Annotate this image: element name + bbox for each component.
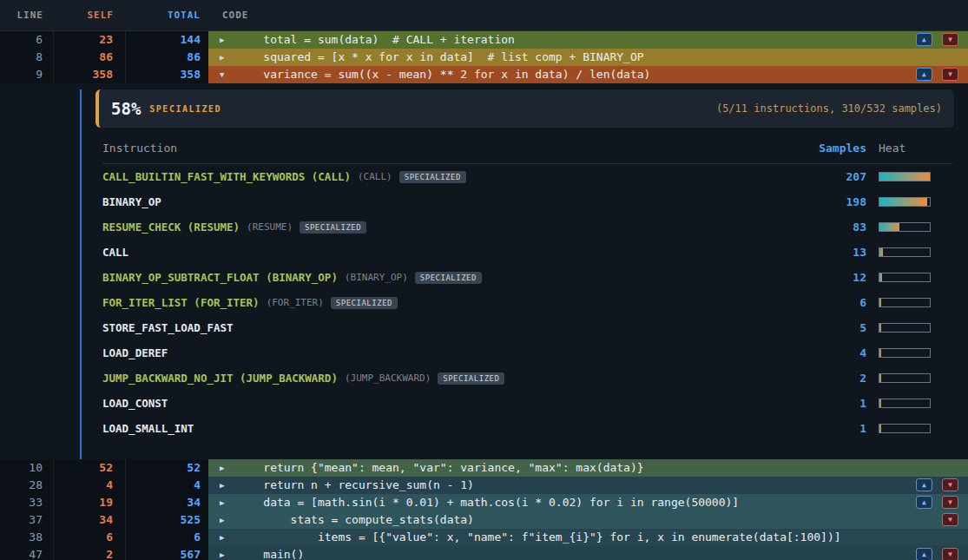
specialized-percent: 58% xyxy=(111,99,141,118)
move-up-button[interactable]: ▲ xyxy=(916,68,932,81)
move-down-button[interactable]: ▼ xyxy=(942,548,958,560)
instruction-samples: 1 xyxy=(789,422,876,435)
expand-arrow-icon[interactable]: ▶ xyxy=(208,529,236,546)
total-samples: 34 xyxy=(126,494,208,511)
heat-bar xyxy=(879,399,931,408)
specialized-badge: SPECIALIZED xyxy=(438,372,504,385)
instruction-name-cell: CALL_BUILTIN_FAST_WITH_KEYWORDS (CALL)(C… xyxy=(102,170,789,183)
instruction-row: JUMP_BACKWARD_NO_JIT (JUMP_BACKWARD)(JUM… xyxy=(102,366,952,391)
instruction-row: BINARY_OP198 xyxy=(102,189,952,214)
row-actions: ▲▼ xyxy=(916,548,958,560)
heat-cell xyxy=(876,298,952,307)
code-text: main() xyxy=(236,546,304,560)
code-row[interactable]: 623144▶ total = sum(data) # CALL + itera… xyxy=(0,31,968,49)
heat-bar xyxy=(879,172,931,181)
instruction-row: RESUME_CHECK (RESUME)(RESUME)SPECIALIZED… xyxy=(102,214,952,240)
heat-cell xyxy=(876,247,952,257)
expand-arrow-icon[interactable]: ▶ xyxy=(208,511,236,529)
move-down-button[interactable]: ▼ xyxy=(942,478,958,491)
instruction-name-cell: LOAD_SMALL_INT xyxy=(102,422,789,435)
expand-arrow-icon[interactable]: ▶ xyxy=(208,546,236,560)
expand-arrow-icon[interactable]: ▶ xyxy=(208,494,236,511)
instruction-name-cell: BINARY_OP_SUBTRACT_FLOAT (BINARY_OP)(BIN… xyxy=(102,271,789,284)
heat-bar-fill xyxy=(879,399,881,407)
sample-summary: (5/11 instructions, 310/532 samples) xyxy=(716,102,942,115)
expand-arrow-icon[interactable]: ▶ xyxy=(208,459,236,477)
code-row[interactable]: 472567▶ main()▲▼ xyxy=(0,546,968,560)
instruction-samples: 1 xyxy=(789,397,876,410)
instruction-samples: 5 xyxy=(789,321,876,334)
instruction-name-cell: LOAD_DEREF xyxy=(102,346,789,359)
move-down-button[interactable]: ▼ xyxy=(942,513,958,526)
code-row[interactable]: 3734525▶ stats = compute_stats(data)▼ xyxy=(0,511,968,529)
instruction-name-cell: LOAD_CONST xyxy=(102,397,789,410)
code-rows-bottom: 105252▶ return {"mean": mean, "var": var… xyxy=(0,459,968,560)
move-down-button[interactable]: ▼ xyxy=(942,68,958,81)
expanded-line-detail: 58% SPECIALIZED (5/11 instructions, 310/… xyxy=(0,89,968,459)
code-row[interactable]: 9358358▼ variance = sum((x - mean) ** 2 … xyxy=(0,66,968,83)
row-actions: ▲▼ xyxy=(916,496,958,509)
move-down-button[interactable]: ▼ xyxy=(942,496,958,509)
heat-cell xyxy=(876,273,952,282)
instruction-row: LOAD_CONST1 xyxy=(102,391,952,416)
heat-bar xyxy=(879,348,931,358)
expand-arrow-icon[interactable]: ▶ xyxy=(208,31,236,49)
self-samples: 86 xyxy=(54,49,126,66)
instruction-row: LOAD_DEREF4 xyxy=(102,340,952,366)
instruction-name: CALL_BUILTIN_FAST_WITH_KEYWORDS (CALL) xyxy=(102,170,351,183)
heat-bar-fill xyxy=(879,374,881,382)
code-text: total = sum(data) # CALL + iteration xyxy=(236,31,515,49)
instruction-row: CALL13 xyxy=(102,240,952,265)
heat-cell xyxy=(876,323,952,333)
specialized-badge: SPECIALIZED xyxy=(331,297,398,309)
code-text: return n + recursive_sum(n - 1) xyxy=(236,477,474,494)
code-row[interactable]: 105252▶ return {"mean": mean, "var": var… xyxy=(0,459,968,477)
move-up-button[interactable]: ▲ xyxy=(916,548,932,560)
code-text: data = [math.sin(i * 0.01) + math.cos(i … xyxy=(236,494,739,511)
instruction-name: LOAD_DEREF xyxy=(102,346,168,359)
instruction-samples: 4 xyxy=(789,346,876,359)
profiler-view: LINE SELF TOTAL CODE 623144▶ total = sum… xyxy=(0,0,968,560)
self-samples: 52 xyxy=(54,459,126,477)
specialization-summary-left: 58% SPECIALIZED xyxy=(111,99,221,118)
move-down-button[interactable]: ▼ xyxy=(942,33,958,46)
line-number: 8 xyxy=(0,49,54,66)
instruction-name: LOAD_SMALL_INT xyxy=(102,422,194,435)
instruction-table: Instruction Samples Heat CALL_BUILTIN_FA… xyxy=(102,142,952,441)
expand-arrow-icon[interactable]: ▶ xyxy=(208,49,236,66)
instruction-row: BINARY_OP_SUBTRACT_FLOAT (BINARY_OP)(BIN… xyxy=(102,265,952,290)
heat-bar-fill xyxy=(879,299,881,306)
heat-bar xyxy=(879,247,931,257)
move-up-button[interactable]: ▲ xyxy=(916,33,932,46)
code-text: items = [{"value": x, "name": f"item_{i}… xyxy=(236,529,841,546)
code-row[interactable]: 331934▶ data = [math.sin(i * 0.01) + mat… xyxy=(0,494,968,511)
line-number: 28 xyxy=(0,477,54,494)
instruction-name: LOAD_CONST xyxy=(102,397,168,410)
specialization-summary: 58% SPECIALIZED (5/11 instructions, 310/… xyxy=(95,89,954,128)
instruction-base-name: (RESUME) xyxy=(247,221,293,233)
code-cell: ▶ return {"mean": mean, "var": variance,… xyxy=(208,459,968,477)
move-up-button[interactable]: ▲ xyxy=(916,478,932,491)
code-row[interactable]: 88686▶ squared = [x * x for x in data] #… xyxy=(0,49,968,66)
heat-cell xyxy=(876,399,952,408)
code-row[interactable]: 3866▶ items = [{"value": x, "name": f"it… xyxy=(0,529,968,546)
self-samples: 23 xyxy=(54,31,126,49)
instruction-name: BINARY_OP_SUBTRACT_FLOAT (BINARY_OP) xyxy=(102,271,338,284)
instruction-base-name: (FOR_ITER) xyxy=(267,297,324,308)
self-samples: 34 xyxy=(54,511,126,529)
move-up-button[interactable]: ▲ xyxy=(916,496,932,509)
heat-cell xyxy=(876,197,952,207)
code-row[interactable]: 2844▶ return n + recursive_sum(n - 1)▲▼ xyxy=(0,477,968,494)
heat-bar-fill xyxy=(879,223,899,231)
code-cell: ▶ squared = [x * x for x in data] # list… xyxy=(208,49,968,66)
line-number: 47 xyxy=(0,546,54,560)
collapse-arrow-icon[interactable]: ▼ xyxy=(208,66,236,83)
heat-bar-fill xyxy=(879,349,881,357)
col-header-total: TOTAL xyxy=(126,10,208,21)
instruction-samples: 207 xyxy=(789,170,876,183)
instruction-name: JUMP_BACKWARD_NO_JIT (JUMP_BACKWARD) xyxy=(102,372,338,385)
instruction-name: FOR_ITER_LIST (FOR_ITER) xyxy=(102,296,260,309)
instruction-table-header: Instruction Samples Heat xyxy=(102,142,952,164)
expand-arrow-icon[interactable]: ▶ xyxy=(208,477,236,494)
specialized-badge: SPECIALIZED xyxy=(415,272,482,284)
